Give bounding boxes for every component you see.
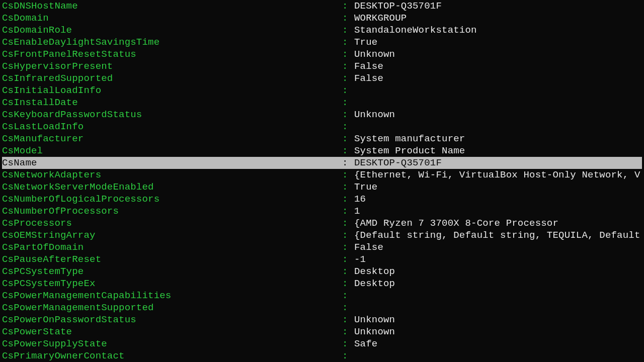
property-separator: : [342, 229, 354, 241]
property-separator: : [342, 253, 354, 265]
terminal-output-row[interactable]: CsNumberOfProcessors: 1 [2, 205, 642, 217]
terminal-output-row[interactable]: CsModel: System Product Name [2, 145, 642, 157]
property-value: Unknown [354, 326, 642, 338]
terminal-output-row[interactable]: CsProcessors: {AMD Ryzen 7 3700X 8-Core … [2, 217, 642, 229]
property-name: CsPCSystemTypeEx [2, 278, 342, 290]
terminal-output-row[interactable]: CsPrimaryOwnerContact: [2, 350, 642, 362]
property-separator: : [342, 133, 354, 145]
property-name: CsName [2, 157, 342, 169]
terminal-output-row[interactable]: CsPCSystemTypeEx: Desktop [2, 278, 642, 290]
property-name: CsModel [2, 145, 342, 157]
property-name: CsPCSystemType [2, 265, 342, 278]
terminal-output-row[interactable]: CsPowerManagementSupported: [2, 302, 642, 314]
property-name: CsDomain [2, 12, 342, 24]
property-separator: : [342, 290, 354, 302]
terminal-output-row[interactable]: CsInstallDate: [2, 97, 642, 109]
terminal-output-row[interactable]: CsHypervisorPresent: False [2, 60, 642, 72]
terminal-output-row[interactable]: CsPartOfDomain: False [2, 241, 642, 253]
terminal-output-row[interactable]: CsFrontPanelResetStatus: Unknown [2, 48, 642, 60]
property-name: CsNumberOfLogicalProcessors [2, 193, 342, 205]
property-name: CsManufacturer [2, 133, 342, 145]
terminal-output-row[interactable]: CsDomainRole: StandaloneWorkstation [2, 24, 642, 36]
property-separator: : [342, 36, 354, 48]
terminal-output-row[interactable]: CsDomain: WORKGROUP [2, 12, 642, 24]
property-name: CsKeyboardPasswordStatus [2, 109, 342, 121]
property-value [354, 290, 642, 302]
property-separator: : [342, 326, 354, 338]
terminal-output-row[interactable]: CsDNSHostName: DESKTOP-Q35701F [2, 0, 642, 12]
terminal-output-row[interactable]: CsPowerOnPasswordStatus: Unknown [2, 314, 642, 326]
terminal-output-row[interactable]: CsNetworkAdapters: {Ethernet, Wi-Fi, Vir… [2, 169, 642, 181]
property-value: False [354, 241, 642, 253]
property-name: CsFrontPanelResetStatus [2, 48, 342, 60]
property-separator: : [342, 48, 354, 60]
property-value: False [354, 72, 642, 84]
terminal-output-row[interactable]: CsInitialLoadInfo: [2, 84, 642, 97]
terminal-output-row[interactable]: CsNetworkServerModeEnabled: True [2, 181, 642, 193]
property-name: CsDomainRole [2, 24, 342, 36]
terminal-output-row[interactable]: CsName: DESKTOP-Q35701F [2, 157, 642, 169]
property-value: DESKTOP-Q35701F [354, 157, 642, 169]
property-value: StandaloneWorkstation [354, 24, 642, 36]
property-value: Desktop [354, 278, 642, 290]
terminal-output-row[interactable]: CsPowerSupplyState: Safe [2, 338, 642, 350]
terminal-output-row[interactable]: CsLastLoadInfo: [2, 121, 642, 133]
terminal-output-row[interactable]: CsPCSystemType: Desktop [2, 265, 642, 278]
terminal-output-row[interactable]: CsEnableDaylightSavingsTime: True [2, 36, 642, 48]
property-separator: : [342, 169, 354, 181]
terminal-output-row[interactable]: CsOEMStringArray: {Default string, Defau… [2, 229, 642, 241]
property-value: 1 [354, 205, 642, 217]
property-separator: : [342, 145, 354, 157]
property-separator: : [342, 302, 354, 314]
property-value: System Product Name [354, 145, 642, 157]
property-separator: : [342, 265, 354, 278]
terminal-output-row[interactable]: CsKeyboardPasswordStatus: Unknown [2, 109, 642, 121]
property-name: CsLastLoadInfo [2, 121, 342, 133]
property-separator: : [342, 205, 354, 217]
property-separator: : [342, 109, 354, 121]
property-value: Unknown [354, 314, 642, 326]
property-value: Desktop [354, 265, 642, 278]
property-name: CsProcessors [2, 217, 342, 229]
property-value: Safe [354, 338, 642, 350]
property-value: {Default string, Default string, TEQUILA… [354, 229, 642, 241]
property-separator: : [342, 350, 354, 362]
property-name: CsNetworkServerModeEnabled [2, 181, 342, 193]
property-name: CsPowerManagementSupported [2, 302, 342, 314]
property-value [354, 302, 642, 314]
property-separator: : [342, 217, 354, 229]
terminal-output-row[interactable]: CsInfraredSupported: False [2, 72, 642, 84]
property-separator: : [342, 157, 354, 169]
property-name: CsHypervisorPresent [2, 60, 342, 72]
property-separator: : [342, 278, 354, 290]
property-name: CsPowerState [2, 326, 342, 338]
property-separator: : [342, 121, 354, 133]
property-value: True [354, 181, 642, 193]
terminal-output-row[interactable]: CsManufacturer: System manufacturer [2, 133, 642, 145]
terminal-output-row[interactable]: CsPowerManagementCapabilities: [2, 290, 642, 302]
property-value: {Ethernet, Wi-Fi, VirtualBox Host-Only N… [354, 169, 642, 181]
property-value: System manufacturer [354, 133, 642, 145]
property-separator: : [342, 241, 354, 253]
property-value: True [354, 36, 642, 48]
property-separator: : [342, 181, 354, 193]
property-name: CsPrimaryOwnerContact [2, 350, 342, 362]
terminal-output-row[interactable]: CsPowerState: Unknown [2, 326, 642, 338]
property-separator: : [342, 24, 354, 36]
property-name: CsInitialLoadInfo [2, 84, 342, 97]
terminal-output-row[interactable]: CsNumberOfLogicalProcessors: 16 [2, 193, 642, 205]
property-value: WORKGROUP [354, 12, 642, 24]
property-separator: : [342, 72, 354, 84]
terminal-output-row[interactable]: CsPauseAfterReset: -1 [2, 253, 642, 265]
property-value: False [354, 60, 642, 72]
property-value: {AMD Ryzen 7 3700X 8-Core Processor [354, 217, 642, 229]
property-value: -1 [354, 253, 642, 265]
property-separator: : [342, 97, 354, 109]
property-name: CsPowerOnPasswordStatus [2, 314, 342, 326]
property-value [354, 121, 642, 133]
property-separator: : [342, 12, 354, 24]
property-name: CsPowerManagementCapabilities [2, 290, 342, 302]
property-name: CsNetworkAdapters [2, 169, 342, 181]
property-separator: : [342, 0, 354, 12]
property-separator: : [342, 60, 354, 72]
